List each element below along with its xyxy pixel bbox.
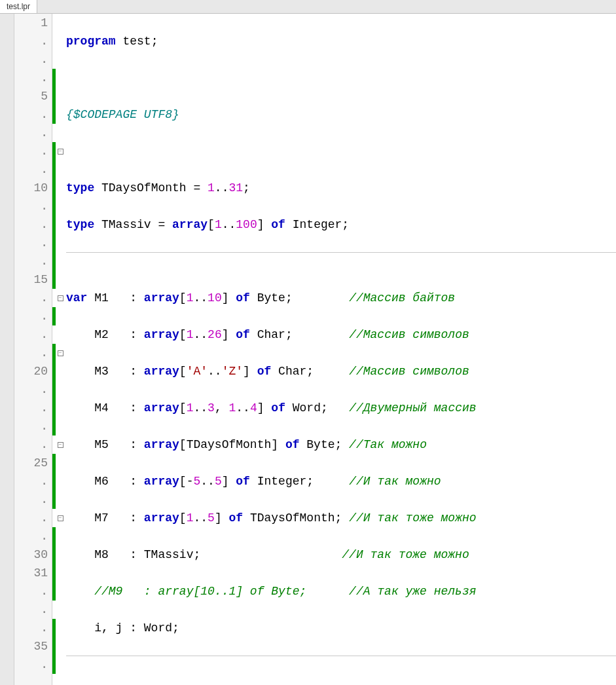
fold-marker [56, 491, 65, 509]
line-number: . [14, 32, 48, 50]
left-sidebar: « Co [0, 14, 14, 685]
line-number: . [14, 234, 48, 252]
fold-marker [56, 32, 65, 50]
code-line: type TMassiv = array[1..100] of Integer; [66, 215, 616, 234]
code-line: //M9 : array[10..1] of Byte; //А так уже… [66, 582, 616, 601]
line-number: 25 [14, 454, 48, 472]
fold-marker [56, 252, 65, 270]
fold-marker [56, 454, 65, 472]
fold-collapse-icon[interactable]: − [58, 515, 63, 521]
line-number: . [14, 252, 48, 270]
line-number: . [14, 656, 48, 674]
code-line: var M1 : array[1..10] of Byte; //Массив … [66, 289, 616, 307]
line-number: . [14, 197, 48, 215]
line-number: 15 [14, 270, 48, 289]
line-number: . [14, 289, 48, 307]
fold-marker [56, 546, 65, 564]
fold-marker [56, 197, 65, 215]
line-number: . [14, 509, 48, 527]
code-line: type TDaysOfMonth = 1..31; [66, 179, 616, 197]
line-number: . [14, 69, 48, 87]
fold-marker [56, 619, 65, 637]
code-line: M7 : array[1..5] of TDaysOfMonth; //И та… [66, 509, 616, 527]
code-line: M4 : array[1..3, 1..4] of Word; //Двумер… [66, 399, 616, 417]
fold-column: −−−−− [56, 14, 65, 685]
fold-marker[interactable]: − [56, 344, 65, 362]
tab-bar: test.lpr [0, 0, 616, 14]
fold-marker [56, 14, 65, 32]
code-line: M6 : array[-5..5] of Integer; //И так мо… [66, 472, 616, 491]
line-number: . [14, 215, 48, 234]
fold-collapse-icon[interactable]: − [58, 295, 63, 301]
code-line [66, 69, 616, 87]
fold-marker [56, 380, 65, 399]
line-number-gutter: 1...5....10....15....20....25....3031...… [14, 14, 52, 685]
line-number: . [14, 399, 48, 417]
fold-marker [56, 105, 65, 124]
line-number: . [14, 435, 48, 454]
line-number: 30 [14, 546, 48, 564]
line-number: . [14, 619, 48, 637]
line-number: . [14, 307, 48, 325]
line-number: 1 [14, 14, 48, 32]
line-number: 35 [14, 637, 48, 656]
fold-marker [56, 179, 65, 197]
code-line [66, 252, 616, 270]
fold-marker [56, 582, 65, 601]
fold-marker [56, 656, 65, 674]
fold-marker[interactable]: − [56, 435, 65, 454]
line-number: . [14, 160, 48, 179]
line-number: . [14, 142, 48, 160]
line-number: . [14, 344, 48, 362]
fold-marker [56, 564, 65, 582]
line-number: . [14, 105, 48, 124]
fold-marker [56, 417, 65, 435]
line-number: 5 [14, 87, 48, 105]
fold-marker [56, 124, 65, 142]
fold-marker [56, 399, 65, 417]
line-number: . [14, 601, 48, 619]
code-line: M3 : array['A'..'Z'] of Char; //Массив с… [66, 362, 616, 380]
fold-marker [56, 234, 65, 252]
code-line: M2 : array[1..26] of Char; //Массив симв… [66, 325, 616, 344]
fold-marker[interactable]: − [56, 289, 65, 307]
line-number: . [14, 380, 48, 399]
line-number: . [14, 124, 48, 142]
code-area: « Co 1...5....10....15....20....25....30… [0, 14, 616, 685]
line-number: 31 [14, 564, 48, 582]
line-number: . [14, 325, 48, 344]
code-content[interactable]: program test; {$CODEPAGE UTF8} type TDay… [65, 14, 616, 685]
line-number: . [14, 417, 48, 435]
line-number: . [14, 582, 48, 601]
fold-marker [56, 215, 65, 234]
code-line: M5 : array[TDaysOfMonth] of Byte; //Так … [66, 435, 616, 454]
fold-marker [56, 527, 65, 546]
line-number: 20 [14, 362, 48, 380]
code-line: i, j : Word; [66, 619, 616, 637]
fold-marker [56, 270, 65, 289]
fold-marker [56, 87, 65, 105]
code-line: {$CODEPAGE UTF8} [66, 105, 616, 124]
fold-marker [56, 637, 65, 656]
code-line [66, 656, 616, 674]
fold-marker [56, 362, 65, 380]
code-line: M8 : TMassiv; //И так тоже можно [66, 546, 616, 564]
fold-collapse-icon[interactable]: − [58, 442, 63, 448]
line-number: . [14, 50, 48, 69]
fold-collapse-icon[interactable]: − [58, 149, 63, 155]
fold-marker [56, 307, 65, 325]
fold-marker [56, 50, 65, 69]
fold-marker[interactable]: − [56, 509, 65, 527]
line-number: 10 [14, 179, 48, 197]
file-tab[interactable]: test.lpr [0, 0, 37, 13]
fold-marker[interactable]: − [56, 142, 65, 160]
line-number: . [14, 527, 48, 546]
fold-marker [56, 69, 65, 87]
editor-window: test.lpr « Co 1...5....10....15....20...… [0, 0, 616, 685]
fold-marker [56, 472, 65, 491]
code-line [66, 142, 616, 160]
fold-marker [56, 601, 65, 619]
line-number: . [14, 491, 48, 509]
fold-collapse-icon[interactable]: − [58, 350, 63, 356]
line-number: . [14, 472, 48, 491]
